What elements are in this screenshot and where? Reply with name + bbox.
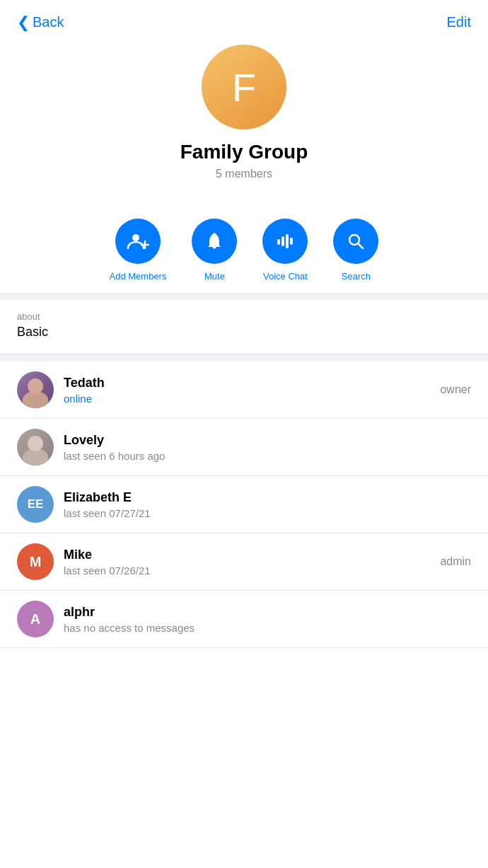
group-name: Family Group xyxy=(180,141,308,163)
members-list: Tedath online owner Lovely last seen 6 h… xyxy=(0,361,488,648)
member-status-tedath: online xyxy=(64,393,440,405)
member-name-lovely: Lovely xyxy=(64,433,471,448)
member-info-tedath: Tedath online xyxy=(64,376,440,405)
member-name-mike: Mike xyxy=(64,548,440,562)
group-avatar-letter: F xyxy=(232,64,256,110)
separator-2 xyxy=(0,354,488,361)
avatar-mike: M xyxy=(17,543,54,580)
profile-section: F Family Group 5 members xyxy=(0,37,488,202)
member-status-elizabeth: last seen 07/27/21 xyxy=(64,507,471,519)
member-name-elizabeth: Elizabeth E xyxy=(64,490,471,505)
mute-icon-circle xyxy=(192,219,237,264)
about-value: Basic xyxy=(17,325,471,340)
group-avatar: F xyxy=(202,45,286,129)
member-info-elizabeth: Elizabeth E last seen 07/27/21 xyxy=(64,490,471,519)
svg-rect-3 xyxy=(277,239,280,245)
add-members-action[interactable]: Add Members xyxy=(110,219,167,282)
mute-bell-icon xyxy=(204,231,225,252)
avatar-elizabeth: EE xyxy=(17,486,54,523)
mute-action[interactable]: Mute xyxy=(192,219,237,282)
member-item-lovely[interactable]: Lovely last seen 6 hours ago xyxy=(0,419,488,476)
about-section: about Basic xyxy=(0,300,488,354)
group-members-count: 5 members xyxy=(216,168,272,180)
member-item-mike[interactable]: M Mike last seen 07/26/21 admin xyxy=(0,533,488,591)
svg-rect-4 xyxy=(281,236,284,246)
add-members-icon xyxy=(127,230,149,253)
member-role-mike: admin xyxy=(440,555,471,568)
member-role-tedath: owner xyxy=(440,383,471,396)
about-label: about xyxy=(17,311,471,322)
svg-line-8 xyxy=(359,244,364,249)
member-name-alphr: alphr xyxy=(64,605,471,620)
member-info-lovely: Lovely last seen 6 hours ago xyxy=(64,433,471,462)
search-label: Search xyxy=(342,271,371,282)
avatar-tedath xyxy=(17,371,54,408)
member-status-alphr: has no access to messages xyxy=(64,622,471,634)
voice-chat-label: Voice Chat xyxy=(263,271,308,282)
member-info-mike: Mike last seen 07/26/21 xyxy=(64,548,440,577)
member-item-tedath[interactable]: Tedath online owner xyxy=(0,361,488,419)
member-item-elizabeth[interactable]: EE Elizabeth E last seen 07/27/21 xyxy=(0,476,488,533)
voice-chat-action[interactable]: Voice Chat xyxy=(262,219,308,282)
avatar-alphr: A xyxy=(17,601,54,637)
search-action[interactable]: Search xyxy=(333,219,378,282)
back-button[interactable]: ❮ Back xyxy=(17,14,64,30)
header: ❮ Back Edit xyxy=(0,0,488,37)
mute-label: Mute xyxy=(204,271,225,282)
svg-rect-6 xyxy=(290,238,293,245)
separator-1 xyxy=(0,293,488,300)
member-status-mike: last seen 07/26/21 xyxy=(64,565,440,577)
voice-chat-icon xyxy=(274,231,296,252)
search-icon-circle xyxy=(333,219,378,264)
edit-button[interactable]: Edit xyxy=(447,14,471,30)
actions-row: Add Members Mute Voice Chat xyxy=(0,202,488,293)
member-status-lovely: last seen 6 hours ago xyxy=(64,450,471,462)
back-chevron-icon: ❮ xyxy=(17,15,30,30)
svg-point-0 xyxy=(132,234,139,241)
member-info-alphr: alphr has no access to messages xyxy=(64,605,471,634)
add-members-label: Add Members xyxy=(110,271,167,282)
member-item-alphr[interactable]: A alphr has no access to messages xyxy=(0,591,488,648)
voice-chat-icon-circle xyxy=(262,219,308,264)
member-name-tedath: Tedath xyxy=(64,376,440,390)
svg-rect-5 xyxy=(286,234,289,248)
search-icon xyxy=(345,231,366,252)
avatar-lovely xyxy=(17,429,54,465)
back-label: Back xyxy=(33,14,64,30)
add-members-icon-circle xyxy=(115,219,161,264)
